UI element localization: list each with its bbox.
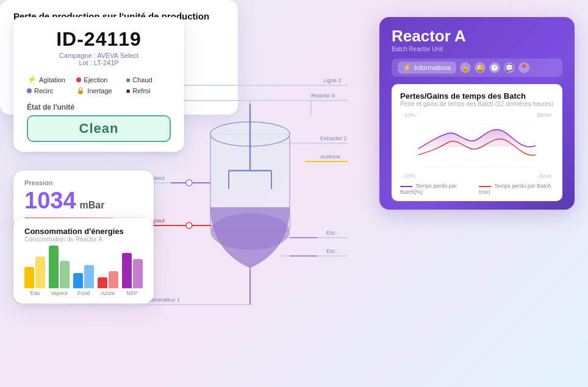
tag-recirc-label: Recirc [34,87,53,94]
tag-inertage: 🔒 Inertage [76,87,121,94]
info-button[interactable]: ⚡ Informations [398,62,456,74]
y-label-top-right: 30min [536,112,551,118]
tag-ejection: Ejection [76,75,121,84]
bar-nep-1 [122,253,132,288]
bar-label-nep: NEP [126,290,138,296]
pression-value: 1034 mBar [24,188,143,214]
bar-label-froid: Froid [77,290,90,296]
svg-text:Esc.: Esc. [326,248,337,254]
reactor-a-card: Reactor A Batch Reactor Unit ⚡ Informati… [379,17,575,210]
y-label-bot-left: -10% [403,173,415,179]
legend-dot-red [479,186,491,187]
pression-unit: mBar [80,200,105,211]
bar-azote-1 [98,277,107,288]
toolbar-lock-icon[interactable]: 🔒 [460,62,471,73]
tag-refroi-label: Refroi [132,87,150,94]
chart-title: Pertes/Gains de temps des Batch [400,91,554,101]
pression-label: Pression [24,179,143,186]
bar-label-vapeur: Vapeur [51,290,68,296]
legend-item-pct: Temps perdu par Batch(%) [400,183,471,195]
bar-label-eau: Eau [30,290,40,296]
legend-item-mn: Temps perdu par Batch (mn) [479,183,554,195]
dashboard: ID-24119 Campagne : AVEVA Select Lot : L… [0,0,588,387]
tag-inertage-label: Inertage [87,87,112,94]
reactor-a-subtitle: Batch Reactor Unit [392,46,562,52]
svg-text:Ligne 2: Ligne 2 [323,77,342,83]
energy-title: Consommation d'énergies [24,227,143,236]
info-icon: ⚡ [403,63,412,72]
tag-recirc: Recirc [27,87,71,94]
id-card: ID-24119 Campagne : AVEVA Select Lot : L… [13,17,184,152]
svg-point-34 [186,222,192,229]
svg-point-33 [186,180,192,186]
chart-y-labels-right: 30min -5min [534,112,554,179]
id-number: ID-24119 [27,28,171,51]
tag-chaud-label: Chaud [132,76,152,83]
id-tags: ⚡ Agitation Ejection ■ Chaud Recirc 🔒 In… [27,75,171,94]
chart-area: -10% -10% 30min -5min [400,112,554,179]
svg-text:Reactor 6: Reactor 6 [311,93,335,99]
toolbar-sound-icon[interactable]: 🔔 [475,62,486,73]
bar-nep-2 [133,259,143,288]
bar-azote-2 [109,271,118,288]
reactor-toolbar: ⚡ Informations 🔒 🔔 🕐 💬 📍 [392,59,562,77]
reactor-a-title: Reactor A [392,27,562,46]
batch-chart-card: Pertes/Gains de temps des Batch Perte et… [392,84,562,201]
chart-y-labels-left: -10% -10% [400,112,418,179]
bar-vapeur-1 [49,246,59,288]
bar-group-azote: Azote [97,243,118,296]
chart-subtitle: Perte et gains de temps des Batch (12 de… [400,101,554,107]
bar-group-eau: Eau [24,243,46,296]
bar-group-froid: Froid [73,243,95,296]
bar-froid-1 [73,273,83,288]
bar-eau-1 [24,267,34,288]
bar-group-vapeur: Vapeur [49,243,70,296]
toolbar-chat-icon[interactable]: 💬 [504,62,515,73]
chart-svg [418,112,536,179]
tag-refroi: ■ Refroi [126,87,171,94]
svg-text:Acetone: Acetone [320,154,340,160]
pression-number: 1034 [24,188,76,214]
legend-dot-purple [400,186,412,187]
etat-label: État de l'unité [27,103,171,112]
tag-chaud: ■ Chaud [126,75,171,84]
bar-eau-2 [35,257,45,288]
toolbar-clock-icon[interactable]: 🕐 [489,62,500,73]
tag-agitation-label: Agitation [39,76,65,83]
svg-text:Extractor 2: Extractor 2 [320,135,347,141]
bar-label-azote: Azote [101,290,115,296]
y-label-top-left: -10% [403,112,415,118]
bar-vapeur-2 [60,261,70,288]
svg-text:Esc.: Esc. [326,230,337,236]
y-label-bot-right: -5min [536,173,551,179]
energy-card: Consommation d'énergies Consommation du … [13,218,154,304]
clean-badge: Clean [27,115,171,142]
id-campaign: Campagne : AVEVA Select [27,52,171,59]
tag-agitation: ⚡ Agitation [27,75,71,84]
chart-legend: Temps perdu par Batch(%) Temps perdu par… [400,183,554,195]
energy-subtitle: Consommation du Reactor A [24,236,143,243]
info-label: Informations [414,64,451,71]
toolbar-location-icon[interactable]: 📍 [518,62,529,73]
id-lot: Lot : LT-241P [27,59,171,66]
bar-group-nep: NEP [121,243,143,296]
bar-chart: Eau Vapeur Froid [24,247,143,296]
bar-froid-2 [84,265,94,288]
tag-ejection-label: Ejection [84,76,107,83]
